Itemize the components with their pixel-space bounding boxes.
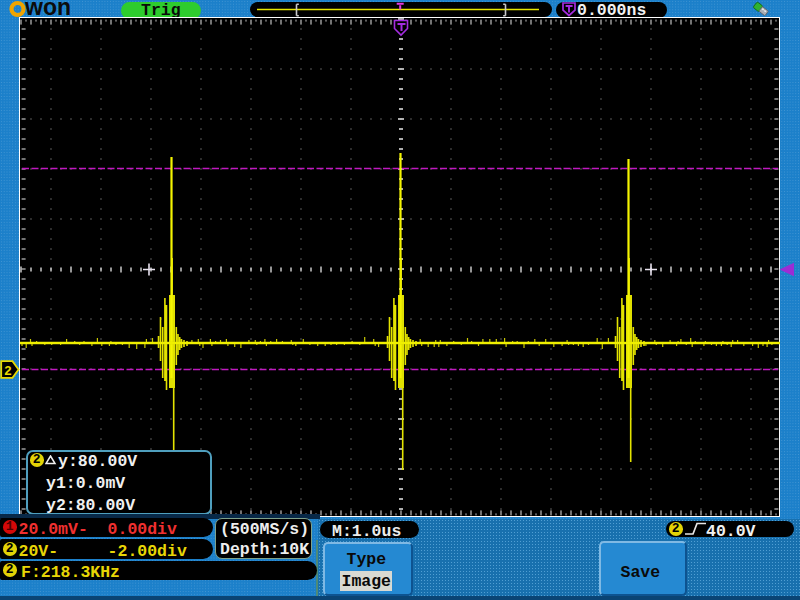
- svg-text:won: won: [24, 0, 71, 18]
- svg-text:2: 2: [4, 364, 12, 379]
